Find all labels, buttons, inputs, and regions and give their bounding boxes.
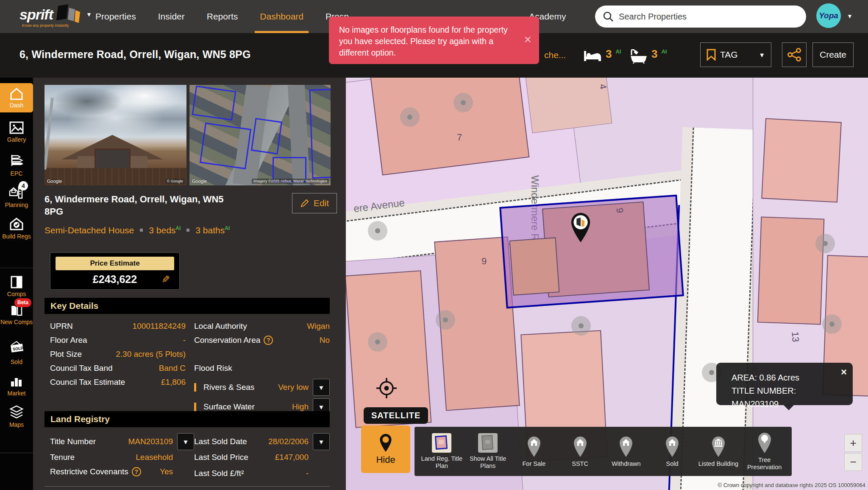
toolbar-tree-preservation[interactable]: Tree Preservation	[743, 432, 787, 471]
sprift-logo[interactable]: sprift Know any property instantly ▼	[19, 4, 92, 25]
key-details-header: Key Details	[45, 298, 330, 314]
map-marker[interactable]	[815, 234, 835, 253]
last-sold-date-dropdown[interactable]: ▼	[313, 433, 330, 450]
map-marker[interactable]	[453, 93, 473, 112]
sidebar-divider	[0, 453, 33, 453]
toolbar-listed-building[interactable]: Listed Building	[696, 436, 740, 468]
rivers-seas-dropdown[interactable]: ▼	[313, 379, 330, 396]
home-icon	[9, 87, 24, 102]
toolbar-for-sale[interactable]: For Sale	[512, 436, 556, 468]
restrictive-covenants-value: Yes	[160, 467, 173, 476]
photo-google-watermark: Google	[47, 179, 62, 184]
create-button[interactable]: Create	[812, 42, 854, 67]
sidebar-item-new-comps[interactable]: Beta New Comps	[0, 302, 33, 326]
flood-bar-icon	[194, 383, 196, 392]
map-marker[interactable]	[822, 314, 842, 334]
plot-number: 9	[614, 207, 626, 213]
tag-dropdown[interactable]: TAG ▼	[700, 42, 771, 67]
nav-dashboard[interactable]: Dashboard	[260, 0, 303, 33]
pencil-icon	[300, 199, 309, 208]
beds-text: 3 bedsAI	[149, 225, 181, 235]
property-pin[interactable]	[569, 212, 593, 244]
comps-icon	[10, 275, 23, 291]
market-chart-icon	[9, 375, 24, 390]
help-icon[interactable]: ?	[132, 467, 141, 476]
toolbar-withdrawn[interactable]: Withdrawn	[604, 436, 648, 468]
plot-number: 9	[481, 256, 487, 267]
sidebar: Dash Gallery EPC 4 Planning Build Regs C…	[0, 78, 33, 490]
bath-icon	[630, 49, 648, 64]
sidebar-label: Planning	[5, 202, 28, 209]
toolbar-show-all-title-plans[interactable]: Show All Title Plans	[466, 433, 510, 470]
nav-reports[interactable]: Reports	[207, 0, 238, 33]
hide-pins-button[interactable]: Hide	[361, 426, 410, 473]
map-marker[interactable]	[436, 310, 455, 330]
sidebar-item-build-regs[interactable]: Build Regs	[0, 217, 33, 240]
uprn-value: 100011824249	[133, 322, 186, 331]
sidebar-label: EPC	[11, 170, 23, 177]
planning-count-badge: 4	[19, 181, 28, 190]
map-zoom-controls: + −	[844, 434, 862, 471]
nav-properties[interactable]: Properties	[95, 0, 136, 33]
search-bar[interactable]	[595, 6, 806, 28]
property-header-address: 6, Windermere Road, Orrell, Wigan, WN5 8…	[19, 48, 251, 61]
sidebar-item-maps[interactable]: Maps	[0, 405, 33, 428]
satellite-toggle[interactable]: SATELLITE	[364, 407, 428, 424]
logo-dropdown-caret-icon[interactable]: ▼	[86, 11, 92, 18]
conservation-area-value: No	[320, 336, 330, 345]
title-number-dropdown[interactable]: ▼	[177, 433, 194, 450]
sold-pin-icon	[663, 436, 682, 458]
edit-button[interactable]: Edit	[292, 193, 337, 213]
floor-area-label: Floor Area	[50, 336, 87, 345]
toolbar-sold[interactable]: Sold	[650, 436, 694, 468]
bookmark-icon	[707, 49, 716, 61]
nav-insider[interactable]: Insider	[158, 0, 185, 33]
sidebar-item-epc[interactable]: EPC	[0, 154, 33, 177]
toolbar-land-reg-title-plan[interactable]: Land Reg. Title Plan	[420, 433, 464, 470]
local-authority-value: Wigan	[307, 322, 330, 331]
land-registry-header: Land Registry	[45, 411, 330, 427]
selected-building-annex	[509, 237, 560, 295]
sidebar-item-dash[interactable]: Dash	[0, 83, 33, 112]
price-estimate-box: Price Estimate £243,622 ✎	[50, 252, 180, 290]
map-canvas[interactable]: 7 4 ere Avenue Windermere Road 13 9 9	[346, 78, 868, 490]
sidebar-item-market[interactable]: Market	[0, 375, 33, 397]
sidebar-label: Sold	[11, 358, 22, 366]
last-sold-psf-label: Last Sold £/ft²	[194, 469, 244, 478]
price-edit-pencil-icon[interactable]: ✎	[161, 274, 170, 286]
help-icon[interactable]: ?	[264, 336, 273, 345]
restrictive-covenants-label: Restrictive Covenants?	[50, 467, 141, 476]
divider	[45, 486, 330, 487]
property-type-truncated: che...	[544, 50, 566, 60]
sold-sign-icon: SOLD	[8, 340, 25, 358]
sidebar-label: Maps	[9, 421, 24, 428]
share-button[interactable]	[782, 42, 807, 67]
map-copyright: © Crown copyright and database rights 20…	[718, 482, 865, 488]
tooltip-close-icon[interactable]: ×	[841, 366, 847, 378]
sidebar-item-comps[interactable]: Comps	[0, 275, 33, 298]
search-input[interactable]	[619, 12, 788, 22]
map-marker[interactable]	[368, 332, 387, 352]
avatar-dropdown-caret-icon[interactable]: ▼	[847, 13, 853, 20]
tooltip-title-number: TITLE NUMBER: MAN203109	[732, 384, 844, 411]
sidebar-item-sold[interactable]: SOLD Sold	[0, 340, 33, 366]
map-marker[interactable]	[571, 316, 591, 336]
sidebar-label: New Comps	[0, 319, 33, 326]
sidebar-item-planning[interactable]: 4 Planning	[0, 185, 33, 209]
zoom-in-button[interactable]: +	[844, 434, 862, 452]
zoom-out-button[interactable]: −	[844, 453, 862, 471]
sidebar-item-gallery[interactable]: Gallery	[0, 121, 33, 143]
street-view-photo[interactable]: Google © Google	[45, 85, 186, 185]
search-icon	[603, 11, 614, 22]
avatar[interactable]: Yopa	[816, 3, 841, 28]
all-plans-thumb-icon	[478, 433, 498, 453]
logo-mark-icon	[56, 4, 82, 25]
toast-close-icon[interactable]: ×	[524, 34, 531, 45]
toolbar-sstc[interactable]: SSTC	[558, 436, 602, 468]
surface-water-value: High	[292, 402, 309, 412]
map-marker[interactable]	[368, 221, 387, 241]
logo-tagline: Know any property instantly	[22, 23, 69, 28]
aerial-photo[interactable]: Google Imagery ©2025 Airbus, Maxar Techn…	[189, 85, 331, 185]
separator-dot	[140, 229, 143, 232]
map-marker[interactable]	[400, 107, 420, 127]
